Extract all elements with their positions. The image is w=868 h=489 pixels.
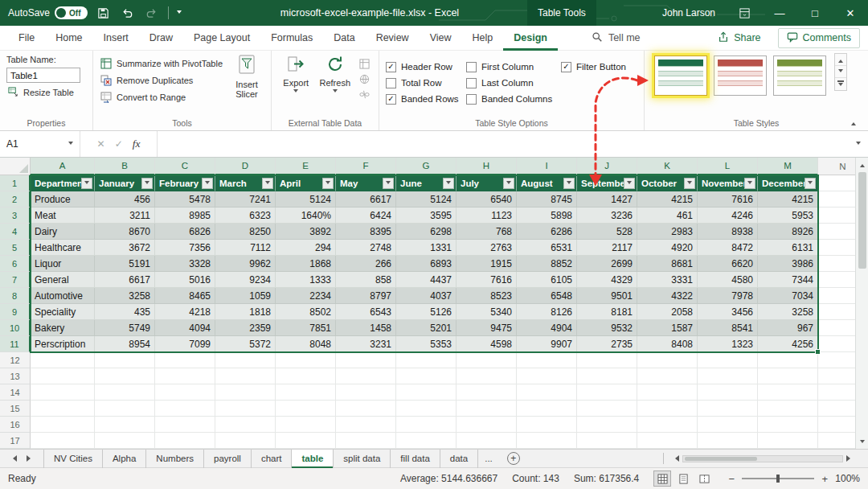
table-header-cell-september[interactable]: September	[577, 175, 637, 191]
cell-H17[interactable]	[457, 433, 517, 449]
ribbon-tab-page-layout[interactable]: Page Layout	[183, 26, 260, 51]
cell-G12[interactable]	[396, 352, 457, 368]
sheet-tab-alpha[interactable]: Alpha	[103, 450, 146, 468]
zoom-level[interactable]: 100%	[835, 473, 860, 484]
cell-E9[interactable]: 8502	[276, 304, 336, 320]
table-style-swatch-olive[interactable]	[773, 55, 826, 96]
cell-G15[interactable]	[396, 401, 457, 417]
normal-view-icon[interactable]	[653, 471, 671, 487]
cell-C12[interactable]	[155, 352, 215, 368]
undo-icon[interactable]	[120, 4, 136, 22]
cell-H5[interactable]: 2763	[457, 240, 517, 256]
cell-K2[interactable]: 4215	[637, 191, 698, 208]
style-option-last-column[interactable]: Last Column	[466, 78, 561, 88]
cell-M10[interactable]: 967	[758, 320, 818, 336]
cell-J15[interactable]	[577, 401, 637, 417]
cell-E12[interactable]	[276, 352, 336, 368]
cell-D4[interactable]: 8250	[215, 224, 276, 240]
sheet-tabs-overflow[interactable]: ...	[478, 454, 499, 463]
cell-J10[interactable]: 9532	[577, 320, 637, 336]
sheet-tab-chart[interactable]: chart	[252, 450, 293, 468]
cell-L9[interactable]: 3456	[698, 304, 758, 320]
table-header-cell-march[interactable]: March	[215, 175, 276, 191]
cell-M13[interactable]	[758, 368, 818, 384]
ribbon-tab-review[interactable]: Review	[366, 26, 420, 51]
cell-D2[interactable]: 7241	[215, 191, 276, 208]
cell-A10[interactable]: Bakery	[31, 320, 95, 336]
column-header-A[interactable]: A	[31, 158, 95, 175]
zoom-slider-thumb[interactable]	[776, 475, 780, 483]
cell-A2[interactable]: Produce	[31, 191, 95, 208]
column-header-G[interactable]: G	[396, 158, 457, 175]
cell-I13[interactable]	[517, 368, 577, 384]
cell-E15[interactable]	[276, 401, 336, 417]
cell-L3[interactable]: 4246	[698, 208, 758, 224]
cell-F16[interactable]	[336, 417, 396, 433]
cell-E8[interactable]: 2234	[276, 288, 336, 304]
cell-C13[interactable]	[155, 368, 215, 384]
cell-C16[interactable]	[155, 417, 215, 433]
column-header-L[interactable]: L	[698, 158, 758, 175]
cell-M14[interactable]	[758, 384, 818, 401]
cell-C4[interactable]: 6826	[155, 224, 215, 240]
cell-A16[interactable]	[31, 417, 95, 433]
row-header-8[interactable]: 8	[0, 288, 31, 304]
cell-D8[interactable]: 1059	[215, 288, 276, 304]
cell-G14[interactable]	[396, 384, 457, 401]
cell-G10[interactable]: 5201	[396, 320, 457, 336]
cell-F8[interactable]: 8797	[336, 288, 396, 304]
row-header-3[interactable]: 3	[0, 208, 31, 224]
table-header-cell-november[interactable]: November	[698, 175, 758, 191]
filter-dropdown-icon[interactable]	[443, 178, 454, 189]
row-header-13[interactable]: 13	[0, 368, 31, 384]
cell-M11[interactable]: 4256	[758, 336, 818, 352]
cell-D7[interactable]: 9234	[215, 272, 276, 288]
cell-L16[interactable]	[698, 417, 758, 433]
cell-F10[interactable]: 1458	[336, 320, 396, 336]
cell-C2[interactable]: 5478	[155, 191, 215, 208]
filter-dropdown-icon[interactable]	[383, 178, 394, 189]
cell-L17[interactable]	[698, 433, 758, 449]
open-in-browser-icon[interactable]	[358, 73, 371, 85]
tools-remove-duplicates[interactable]: Remove Duplicates	[100, 74, 223, 86]
cell-G4[interactable]: 6298	[396, 224, 457, 240]
column-header-H[interactable]: H	[457, 158, 517, 175]
cell-J3[interactable]: 3236	[577, 208, 637, 224]
cell-F6[interactable]: 266	[336, 256, 396, 272]
cell-K13[interactable]	[637, 368, 698, 384]
unlink-icon[interactable]	[358, 88, 371, 101]
row-header-16[interactable]: 16	[0, 417, 31, 433]
cell-M16[interactable]	[758, 417, 818, 433]
sheet-tab-split-data[interactable]: split data	[334, 450, 391, 468]
cell-E7[interactable]: 1333	[276, 272, 336, 288]
cell-D10[interactable]: 2359	[215, 320, 276, 336]
style-option-banded-columns[interactable]: Banded Columns	[466, 94, 561, 105]
ribbon-tab-home[interactable]: Home	[45, 26, 92, 51]
cell-B3[interactable]: 3211	[95, 208, 155, 224]
zoom-in-icon[interactable]: +	[821, 473, 829, 485]
cell-G17[interactable]	[396, 433, 457, 449]
tools-convert-to-range[interactable]: Convert to Range	[100, 91, 223, 103]
horizontal-scroll-thumb[interactable]	[685, 457, 757, 461]
cell-L7[interactable]: 4580	[698, 272, 758, 288]
cell-I15[interactable]	[517, 401, 577, 417]
cell-G11[interactable]: 5353	[396, 336, 457, 352]
cell-J14[interactable]	[577, 384, 637, 401]
cell-B6[interactable]: 5191	[95, 256, 155, 272]
name-box-dropdown-icon[interactable]	[68, 142, 73, 147]
ribbon-tab-data[interactable]: Data	[323, 26, 365, 51]
cell-J16[interactable]	[577, 417, 637, 433]
scroll-up-icon[interactable]	[856, 158, 868, 171]
filter-dropdown-icon[interactable]	[744, 178, 755, 189]
row-header-10[interactable]: 10	[0, 320, 31, 336]
cell-F7[interactable]: 858	[336, 272, 396, 288]
cell-A6[interactable]: Liquor	[31, 256, 95, 272]
cell-M17[interactable]	[758, 433, 818, 449]
page-layout-view-icon[interactable]	[674, 471, 692, 487]
style-option-first-column[interactable]: First Column	[466, 62, 561, 72]
filter-dropdown-icon[interactable]	[141, 178, 153, 189]
ribbon-tab-view[interactable]: View	[420, 26, 462, 51]
ribbon-tab-formulas[interactable]: Formulas	[260, 26, 323, 51]
cell-C15[interactable]	[155, 401, 215, 417]
insert-slicer-button[interactable]: Insert Slicer	[229, 55, 264, 115]
